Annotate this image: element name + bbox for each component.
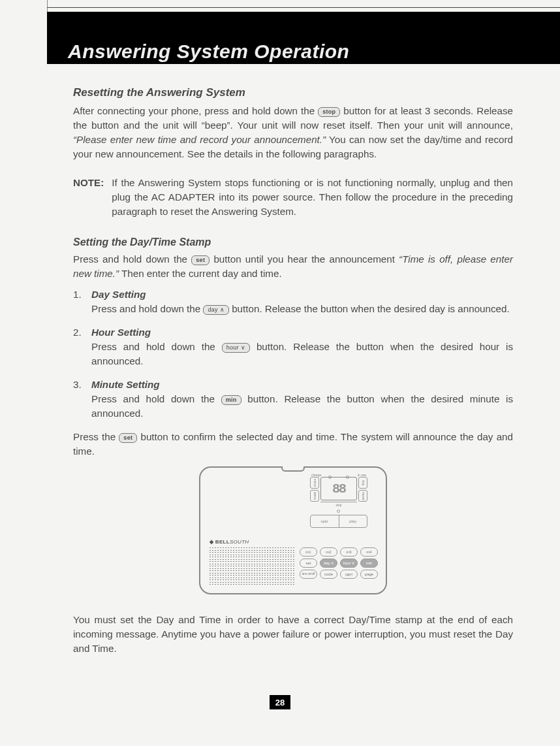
m1-button: m1 — [300, 547, 317, 557]
step-1: 1. Day Setting Press and hold down the d… — [73, 287, 513, 316]
text: Press and hold down the — [73, 253, 191, 265]
m2-button: m2 — [320, 547, 337, 557]
step-num: 1. — [73, 287, 85, 316]
text: Press and hold down the — [91, 341, 222, 352]
para-confirm: Press the set button to confirm the sele… — [73, 430, 513, 459]
closing-paragraph: You must set the Day and Time in order t… — [73, 613, 513, 656]
control-panel: charge in use memo annce stop repeat 88 … — [298, 477, 379, 542]
device-figure: ◆ BELLSOUTH charge in use memo annce — [73, 461, 513, 598]
note-label: NOTE: — [73, 176, 104, 219]
device-notch — [281, 466, 305, 472]
spkr-play-row: spkr play — [310, 515, 367, 528]
day-button-icon: day ∧ — [203, 305, 229, 315]
step-title: Hour Setting — [91, 325, 513, 340]
memo-button: memo — [310, 477, 319, 489]
stop-button: stop — [358, 477, 367, 489]
text: Press and hold down the — [91, 303, 203, 314]
ans-onoff-button: ans on/off — [300, 570, 317, 579]
stop-button-icon: stop — [318, 107, 340, 117]
text: button. Release the button when the desi… — [232, 303, 510, 314]
m4-button: m4 — [360, 547, 378, 557]
day-button: day ∧ — [320, 559, 337, 568]
page-number: 28 — [270, 695, 290, 709]
device-body: ◆ BELLSOUTH charge in use memo annce — [199, 466, 387, 594]
text: Press and hold down the — [91, 393, 221, 404]
text: After connecting your phone, press and h… — [73, 105, 318, 116]
answering-machine-illustration: ◆ BELLSOUTH charge in use memo annce — [195, 461, 391, 598]
note-text: If the Answering System stops functionin… — [112, 176, 513, 219]
announcement-quote: “Please enter new time and record your a… — [73, 134, 326, 145]
note-block: NOTE: If the Answering System stops func… — [73, 176, 513, 219]
para-daytime: Press and hold down the set button until… — [73, 252, 513, 281]
step-2: 2. Hour Setting Press and hold down the … — [73, 325, 513, 368]
brand-logo: ◆ BELLSOUTH — [210, 538, 249, 546]
page-button: page — [360, 570, 378, 579]
spkr-button: spkr — [311, 515, 339, 527]
button-grid: m1 m2 m3 m4 set day ∧ hour ∨ min ans on/… — [300, 547, 378, 579]
heading-daytime: Setting the Day/Time Stamp — [73, 235, 513, 250]
speaker-grille — [210, 547, 294, 585]
crop-mark-vertical — [47, 0, 48, 12]
skip-label: skip — [320, 502, 357, 508]
hour-button-icon: hour ∨ — [222, 343, 250, 353]
min-button: min — [360, 559, 378, 568]
hour-button: hour ∨ — [340, 559, 358, 568]
text: button until you hear the announcement — [213, 253, 399, 265]
code-button: code — [320, 570, 337, 579]
ogm-button: ogm — [340, 570, 358, 579]
set-button-icon: set — [119, 433, 137, 443]
chapter-title: Answering System Operation — [68, 41, 349, 63]
text: button to confirm the selected day and t… — [73, 431, 513, 457]
set-button: set — [300, 559, 317, 568]
annce-button: annce — [310, 490, 319, 502]
step-3: 3. Minute Setting Press and hold down th… — [73, 378, 513, 421]
step-title: Minute Setting — [91, 378, 513, 392]
set-button-icon: set — [191, 255, 210, 265]
step-num: 2. — [73, 325, 85, 368]
step-title: Day Setting — [91, 287, 513, 302]
play-button: play — [339, 515, 367, 527]
para-reset: After connecting your phone, press and h… — [73, 104, 513, 161]
main-content: Resetting the Answering System After con… — [73, 85, 513, 657]
text: Press the — [73, 431, 119, 442]
step-num: 3. — [73, 378, 85, 421]
led-icon — [337, 510, 340, 513]
crop-mark-horizontal — [47, 7, 560, 8]
repeat-button: repeat — [358, 490, 367, 502]
text: Then enter the current day and time. — [121, 268, 282, 279]
brand-thin: SOUTH — [230, 539, 249, 545]
m3-button: m3 — [340, 547, 358, 557]
heading-resetting: Resetting the Answering System — [73, 85, 513, 101]
steps-list: 1. Day Setting Press and hold down the d… — [73, 287, 513, 421]
lcd-display: 88 — [320, 477, 357, 500]
min-button-icon: min — [221, 395, 241, 405]
lcd-digits: 88 — [332, 479, 345, 498]
brand-bold: BELL — [215, 539, 230, 545]
